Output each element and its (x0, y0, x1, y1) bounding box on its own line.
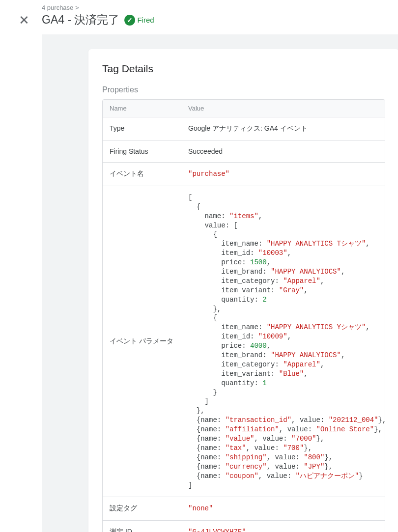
card-title: Tag Details (102, 63, 385, 75)
prop-value: "purchase" (181, 163, 385, 186)
prop-value: Succeeded (181, 140, 385, 162)
close-button[interactable]: ✕ (19, 14, 29, 27)
prop-value: "G-4JLVCWYH7F" (181, 521, 385, 532)
table-row: イベント パラメータ [ { name: "items", value: [ {… (103, 186, 385, 498)
prop-value-event-params: [ { name: "items", value: [ { item_name:… (181, 186, 385, 497)
header: 4 purchase > GA4 - 決済完了 ✓ Fired (42, 0, 398, 34)
table-row: Type Google アナリティクス: GA4 イベント (103, 117, 385, 140)
prop-name: 設定タグ (103, 497, 181, 520)
fired-badge: ✓ Fired (124, 15, 154, 26)
properties-table: Name Value Type Google アナリティクス: GA4 イベント… (102, 99, 385, 532)
tag-details-card: Tag Details Properties Name Value Type G… (88, 49, 398, 532)
prop-name: Type (103, 117, 181, 140)
table-row: 設定タグ "none" (103, 497, 385, 521)
prop-value: "none" (181, 497, 385, 520)
col-header-value: Value (181, 100, 385, 117)
breadcrumb: 4 purchase > (42, 4, 398, 11)
fired-label: Fired (137, 16, 154, 24)
col-header-name: Name (103, 100, 181, 117)
section-title: Properties (102, 85, 385, 94)
check-circle-icon: ✓ (124, 15, 135, 26)
prop-name: Firing Status (103, 140, 181, 162)
page-title: GA4 - 決済完了 (42, 12, 119, 28)
table-row: イベント名 "purchase" (103, 163, 385, 186)
table-row: 測定 ID "G-4JLVCWYH7F" (103, 521, 385, 532)
table-row: Firing Status Succeeded (103, 140, 385, 163)
prop-name: イベント パラメータ (103, 330, 181, 353)
prop-name: イベント名 (103, 163, 181, 186)
prop-value: Google アナリティクス: GA4 イベント (181, 117, 385, 140)
prop-name: 測定 ID (103, 521, 181, 532)
